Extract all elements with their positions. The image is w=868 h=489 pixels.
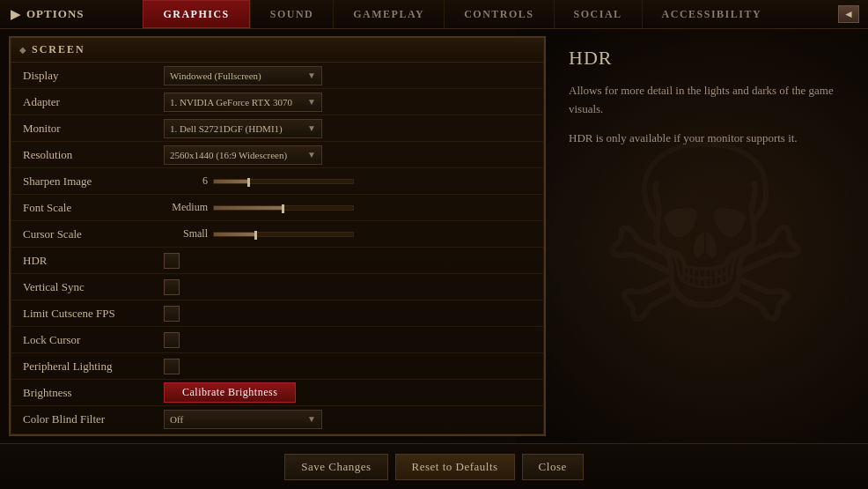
hdr-row: HDR [11,248,544,274]
display-dropdown-arrow: ▼ [307,70,316,80]
monitor-row: Monitor 1. Dell S2721DGF (HDMI1) ▼ [11,115,544,142]
color-blind-label: Color Blind Filter [23,412,164,426]
display-dropdown[interactable]: Windowed (Fullscreen) ▼ [164,66,322,85]
back-button[interactable]: ◄ [838,5,859,23]
options-label: ▶ OPTIONS [0,0,95,28]
cursor-scale-row: Cursor Scale Small [11,221,544,248]
color-blind-dropdown-arrow: ▼ [307,414,316,424]
monitor-dropdown-arrow: ▼ [307,123,316,133]
hdr-checkbox[interactable] [164,253,180,269]
back-button-container: ◄ [829,0,868,28]
limit-cutscene-checkbox[interactable] [164,306,180,322]
adapter-label: Adapter [23,95,164,109]
top-navigation: ▶ OPTIONS GRAPHICS SOUND GAMEPLAY CONTRO… [0,0,868,29]
peripheral-lighting-row: Peripheral Lighting [11,353,544,380]
brightness-control: Calibrate Brightness [164,382,532,403]
brightness-label: Brightness [23,386,164,400]
adapter-dropdown[interactable]: 1. NVIDIA GeForce RTX 3070 ▼ [164,93,322,112]
resolution-control: 2560x1440 (16:9 Widescreen) ▼ [164,145,532,165]
close-button[interactable]: Close [522,454,584,480]
font-scale-slider[interactable] [213,205,354,211]
settings-panel: ◆ SCREEN Display Windowed (Fullscreen) ▼… [9,36,546,436]
color-blind-control: Off ▼ [164,410,532,429]
sharpen-value: 6 [164,174,208,188]
font-scale-fill [214,206,283,210]
cursor-scale-slider-container: Small [164,227,532,241]
bottom-toolbar: Save Changes Reset to Defaults Close [0,443,868,489]
lock-cursor-control [164,332,532,348]
adapter-value: 1. NVIDIA GeForce RTX 3070 [170,97,292,107]
info-panel: HDR Allows for more detail in the lights… [555,36,859,436]
resolution-label: Resolution [23,148,164,162]
sharpen-slider-container: 6 [164,174,532,188]
color-blind-value: Off [170,414,183,425]
brightness-row: Brightness Calibrate Brightness [11,380,544,406]
color-blind-dropdown[interactable]: Off ▼ [164,410,322,429]
tab-accessibility[interactable]: ACCESSIBILITY [642,0,782,28]
display-label: Display [23,69,164,83]
cursor-scale-notch [254,231,257,240]
peripheral-lighting-control [164,359,532,374]
color-blind-row: Color Blind Filter Off ▼ [11,406,544,431]
display-value: Windowed (Fullscreen) [170,70,261,81]
info-title: HDR [569,47,845,70]
peripheral-lighting-checkbox[interactable] [164,359,180,374]
tab-social[interactable]: SOCIAL [554,0,642,28]
tab-controls[interactable]: CONTROLS [444,0,553,28]
cursor-scale-fill [214,233,255,236]
nav-tabs-container: GRAPHICS SOUND GAMEPLAY CONTROLS SOCIAL … [95,0,829,28]
calibrate-brightness-button[interactable]: Calibrate Brightness [164,382,296,403]
adapter-control: 1. NVIDIA GeForce RTX 3070 ▼ [164,93,532,112]
monitor-dropdown[interactable]: 1. Dell S2721DGF (HDMI1) ▼ [164,119,322,138]
font-scale-notch [282,204,284,213]
panel-header: ◆ SCREEN [11,38,544,63]
tab-graphics[interactable]: GRAPHICS [143,0,249,28]
font-scale-value: Medium [164,201,208,214]
font-scale-row: Font Scale Medium [11,195,544,221]
sharpen-notch [247,178,250,187]
font-scale-slider-container: Medium [164,201,532,214]
back-icon: ◄ [843,8,854,21]
monitor-value: 1. Dell S2721DGF (HDMI1) [170,123,283,134]
cursor-scale-value: Small [164,227,208,241]
cursor-scale-slider[interactable] [213,232,354,237]
vertical-sync-control [164,279,532,295]
adapter-dropdown-arrow: ▼ [307,97,316,107]
sharpen-label: Sharpen Image [23,174,164,189]
settings-scroll-area[interactable]: Display Windowed (Fullscreen) ▼ Adapter … [11,63,544,431]
lock-cursor-row: Lock Cursor [11,327,544,353]
resolution-row: Resolution 2560x1440 (16:9 Widescreen) ▼ [11,142,544,168]
peripheral-lighting-label: Peripheral Lighting [23,359,164,374]
options-arrow-icon: ▶ [11,7,21,22]
save-changes-button[interactable]: Save Changes [284,454,387,480]
lock-cursor-checkbox[interactable] [164,332,180,348]
vertical-sync-checkbox[interactable] [164,279,180,295]
sharpen-row: Sharpen Image 6 [11,168,544,195]
limit-cutscene-label: Limit Cutscene FPS [23,307,164,321]
vertical-sync-row: Vertical Sync [11,274,544,300]
display-row: Display Windowed (Fullscreen) ▼ [11,63,544,89]
limit-cutscene-row: Limit Cutscene FPS [11,300,544,327]
reset-defaults-button[interactable]: Reset to Defaults [395,454,515,480]
hdr-label: HDR [23,254,164,268]
sharpen-control: 6 [164,174,532,188]
monitor-label: Monitor [23,122,164,136]
monitor-control: 1. Dell S2721DGF (HDMI1) ▼ [164,119,532,138]
tab-gameplay[interactable]: GAMEPLAY [333,0,444,28]
main-content: ◆ SCREEN Display Windowed (Fullscreen) ▼… [0,29,868,443]
adapter-row: Adapter 1. NVIDIA GeForce RTX 3070 ▼ [11,89,544,115]
lock-cursor-label: Lock Cursor [23,333,164,347]
info-paragraph-2: HDR is only available if your monitor su… [569,130,845,148]
font-scale-label: Font Scale [23,201,164,215]
vertical-sync-label: Vertical Sync [23,280,164,294]
limit-cutscene-control [164,306,532,322]
info-paragraph-1: Allows for more detail in the lights and… [569,82,845,119]
sharpen-slider[interactable] [213,179,354,184]
options-title: OPTIONS [26,7,85,21]
sharpen-fill [214,180,249,183]
tab-sound[interactable]: SOUND [250,0,334,28]
font-scale-control: Medium [164,201,532,214]
cursor-scale-label: Cursor Scale [23,227,164,241]
resolution-dropdown[interactable]: 2560x1440 (16:9 Widescreen) ▼ [164,145,322,165]
section-title: SCREEN [32,43,85,56]
